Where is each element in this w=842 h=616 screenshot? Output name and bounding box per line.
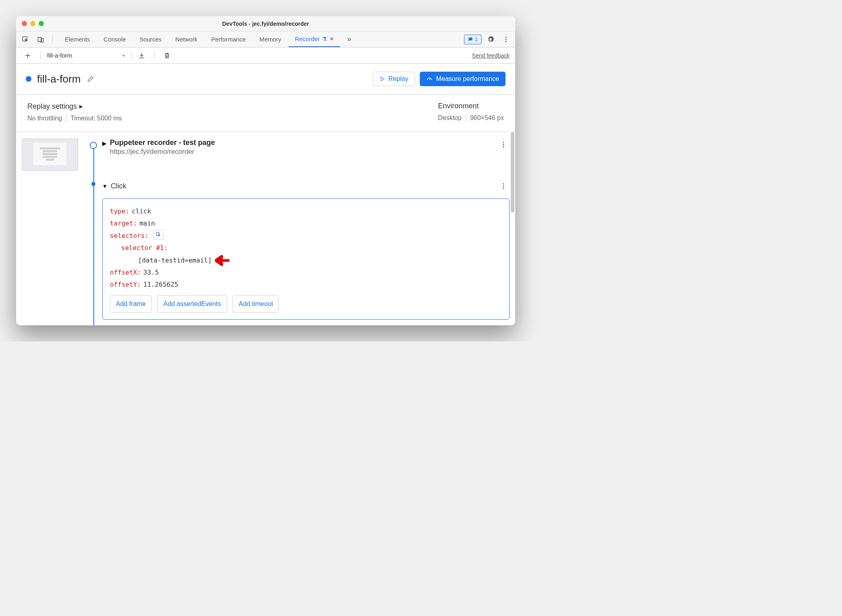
step-menu-icon[interactable] [497, 138, 510, 151]
export-icon[interactable] [136, 50, 148, 62]
divider [466, 114, 466, 122]
chevron-down-icon [121, 53, 126, 58]
recorder-toolbar: fill-a-form Send feedback [16, 48, 515, 64]
replay-button[interactable]: Replay [373, 72, 415, 86]
add-asserted-events-button[interactable]: Add assertedEvents [157, 295, 227, 313]
field-key[interactable]: offsetX: [110, 267, 141, 279]
environment-heading: Environment [438, 102, 479, 110]
dimensions-value: 960×546 px [470, 114, 504, 122]
device-toolbar-icon[interactable] [35, 33, 47, 45]
more-tabs-icon[interactable] [341, 31, 358, 47]
selector-value[interactable]: [data-testid=email] [138, 254, 212, 267]
throttling-value: No throttling [27, 115, 62, 122]
close-tab-icon[interactable]: × [330, 35, 333, 43]
recording-dropdown[interactable]: fill-a-form [47, 52, 132, 59]
tab-console[interactable]: Console [97, 31, 132, 47]
divider [40, 52, 41, 60]
field-key[interactable]: selectors: [110, 230, 149, 242]
kebab-menu-icon[interactable] [500, 33, 512, 45]
scrollbar[interactable] [511, 132, 514, 213]
field-value[interactable]: main [139, 217, 155, 229]
settings-row: Replay settings ▸ No throttling Timeout:… [16, 95, 515, 132]
add-frame-button[interactable]: Add frame [110, 295, 152, 313]
divider [52, 35, 53, 43]
svg-point-9 [503, 183, 504, 184]
page-thumbnail [22, 138, 78, 171]
timeline-node-start [90, 142, 97, 149]
new-recording-icon[interactable] [22, 50, 34, 62]
field-key[interactable]: target: [110, 217, 137, 229]
issues-count: 1 [475, 36, 478, 42]
svg-point-5 [506, 41, 507, 42]
divider [66, 115, 66, 122]
settings-gear-icon[interactable] [485, 33, 497, 45]
tab-elements[interactable]: Elements [58, 31, 97, 47]
field-value[interactable]: click [132, 205, 151, 217]
devtools-window: DevTools - jec.fyi/demo/recorder Element… [16, 16, 515, 325]
step-click-title: Click [111, 182, 126, 190]
device-value: Desktop [438, 114, 462, 122]
tab-memory[interactable]: Memory [253, 31, 288, 47]
tab-network[interactable]: Network [169, 31, 204, 47]
svg-point-6 [503, 142, 504, 143]
field-value[interactable]: 33.5 [143, 267, 159, 279]
svg-point-7 [503, 144, 504, 145]
steps-content: ▶ Puppeteer recorder - test page https:/… [16, 132, 515, 325]
svg-point-8 [503, 146, 504, 147]
play-icon [380, 76, 385, 82]
svg-point-4 [506, 39, 507, 40]
svg-point-11 [503, 188, 504, 189]
inspect-element-icon[interactable] [19, 33, 31, 45]
issues-button[interactable]: 1 [464, 35, 481, 44]
replay-settings-label: Replay settings [27, 102, 77, 111]
status-dot-icon [26, 76, 31, 82]
timeout-value: Timeout: 5000 ms [70, 115, 122, 122]
divider [154, 52, 155, 60]
main-tabbar: Elements Console Sources Network Perform… [16, 31, 515, 48]
experiment-icon: ⚗ [322, 36, 327, 42]
step-details-box: type: click target: main selectors: [102, 198, 510, 320]
chevron-right-icon: ▸ [79, 102, 83, 111]
annotation-arrow-icon [215, 254, 230, 267]
tab-sources[interactable]: Sources [133, 31, 168, 47]
svg-point-3 [506, 37, 507, 38]
delete-icon[interactable] [161, 50, 173, 62]
chevron-down-icon: ▼ [102, 183, 107, 189]
step-url: https://jec.fyi/demo/recorder [110, 148, 215, 156]
send-feedback-link[interactable]: Send feedback [472, 52, 510, 59]
field-key[interactable]: type: [110, 205, 129, 217]
gauge-icon [426, 76, 433, 82]
step-title: Puppeteer recorder - test page [110, 138, 215, 147]
field-key[interactable]: offsetY: [110, 279, 141, 291]
replay-label: Replay [388, 75, 409, 83]
recording-header: fill-a-form Replay Measure performance [16, 64, 515, 95]
titlebar: DevTools - jec.fyi/demo/recorder [16, 16, 515, 31]
selector-label[interactable]: selector #1: [121, 242, 168, 254]
tab-performance[interactable]: Performance [205, 31, 252, 47]
selected-recording-name: fill-a-form [47, 52, 72, 59]
add-timeout-button[interactable]: Add timeout [233, 295, 279, 313]
replay-settings-toggle[interactable]: Replay settings ▸ [27, 102, 122, 111]
measure-performance-button[interactable]: Measure performance [420, 72, 506, 86]
field-value[interactable]: 11.265625 [143, 279, 178, 291]
panel-tabs: Elements Console Sources Network Perform… [58, 31, 358, 47]
step-click-header[interactable]: ▼ Click [102, 180, 510, 192]
tab-recorder-label: Recorder [295, 35, 320, 42]
pick-selector-icon[interactable] [153, 230, 164, 240]
timeline-node-step [91, 182, 95, 186]
edit-name-icon[interactable] [85, 73, 97, 85]
window-title: DevTools - jec.fyi/demo/recorder [16, 21, 515, 27]
tab-recorder[interactable]: Recorder ⚗ × [289, 31, 340, 47]
timeline-rail [93, 142, 94, 325]
step-menu-icon[interactable] [497, 180, 510, 192]
measure-label: Measure performance [436, 75, 499, 83]
chevron-right-icon: ▶ [102, 140, 107, 147]
step-initial[interactable]: ▶ Puppeteer recorder - test page https:/… [102, 138, 510, 156]
svg-point-10 [503, 186, 504, 187]
recording-title: fill-a-form [37, 73, 80, 85]
